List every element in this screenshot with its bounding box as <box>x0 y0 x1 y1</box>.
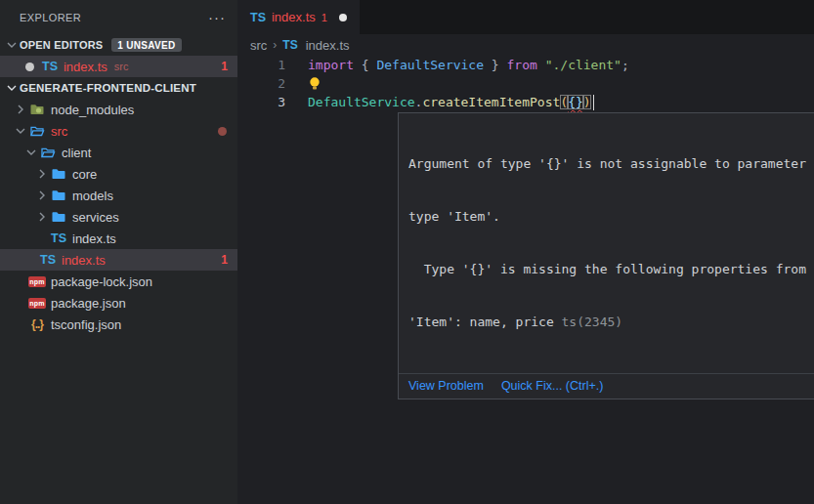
modified-dot-icon <box>25 63 34 71</box>
breadcrumb: src › TS index.ts <box>237 34 814 56</box>
explorer-title: EXPLORER <box>20 12 81 23</box>
json-braces-icon: {..} <box>28 316 46 332</box>
line-number: 3 <box>237 95 285 109</box>
npm-icon: npm <box>28 295 46 311</box>
code-token: DefaultService <box>308 95 415 109</box>
typescript-icon: TS <box>39 252 57 268</box>
folder-node-modules-icon <box>28 102 46 117</box>
tree-item-label: services <box>72 210 119 225</box>
error-message-line: Argument of type '{}' is not assignable … <box>408 155 814 173</box>
editor-group: TS index.ts 1 src › TS index.ts 1import … <box>237 0 814 504</box>
error-count-badge: 1 <box>221 60 228 73</box>
tree-item-package-json[interactable]: npm package.json <box>0 292 237 314</box>
tree-item-label: models <box>72 189 113 203</box>
tree-item-services[interactable]: services <box>0 206 237 228</box>
code-token: createItemItemPost <box>422 95 560 109</box>
code-token: ; <box>621 58 629 72</box>
code-token: from <box>507 58 537 72</box>
open-editor-description: src <box>114 61 129 72</box>
code-token: { <box>354 58 376 72</box>
folder-open-icon <box>39 145 57 160</box>
code-line[interactable]: 2 <box>237 74 814 93</box>
tree-item-label: index.ts <box>72 231 116 246</box>
typescript-icon: TS <box>250 11 266 24</box>
view-problem-link[interactable]: View Problem <box>408 379 484 393</box>
vscode-window: EXPLORER ··· OPEN EDITORS 1 UNSAVED TS i… <box>0 0 814 504</box>
tree-item-label: package-lock.json <box>51 274 152 289</box>
tab-title: index.ts <box>272 10 316 24</box>
lightbulb-icon[interactable] <box>308 76 321 91</box>
code-token: "./client" <box>545 58 621 72</box>
chevron-down-icon <box>13 123 28 139</box>
tree-item-models[interactable]: models <box>0 185 237 206</box>
tab-index-ts[interactable]: TS index.ts 1 <box>237 0 360 34</box>
more-actions-icon[interactable]: ··· <box>208 13 226 22</box>
tab-error-count: 1 <box>321 12 327 23</box>
folder-icon <box>50 166 67 182</box>
explorer-header: EXPLORER ··· <box>0 0 237 34</box>
npm-icon: npm <box>28 273 46 289</box>
error-count-badge: 1 <box>221 253 228 267</box>
line-number: 2 <box>237 76 285 91</box>
workspace-name: GENERATE-FRONTEND-CLIENT <box>20 82 196 94</box>
cursor-caret <box>593 95 594 110</box>
hover-actions-bar: View Problem Quick Fix... (Ctrl+.) <box>399 373 814 399</box>
code-text[interactable]: DefaultService.createItemItemPost({}) <box>308 95 594 110</box>
tree-item-client-index-ts[interactable]: TS index.ts <box>0 228 237 249</box>
tree-item-tsconfig-json[interactable]: {..} tsconfig.json <box>0 314 237 335</box>
code-token: . <box>415 95 423 109</box>
unsaved-dot-icon[interactable] <box>339 14 347 21</box>
code-text[interactable]: import { DefaultService } from "./client… <box>308 58 629 72</box>
code-token <box>537 58 545 72</box>
breadcrumb-separator-icon: › <box>273 38 277 52</box>
folder-icon <box>50 209 67 225</box>
workspace-section-header[interactable]: GENERATE-FRONTEND-CLIENT <box>0 77 237 99</box>
tab-bar: TS index.ts 1 <box>237 0 814 34</box>
code-text[interactable] <box>308 76 325 91</box>
typescript-icon: TS <box>42 60 58 73</box>
tree-item-client[interactable]: client <box>0 142 237 163</box>
open-editor-filename: index.ts <box>64 60 107 74</box>
code-token: {} <box>568 95 583 109</box>
tree-item-src-index-ts[interactable]: TS index.ts 1 <box>0 249 237 271</box>
tree-item-label: node_modules <box>51 103 134 117</box>
error-message-line: Type '{}' is missing the following prope… <box>408 261 814 278</box>
unsaved-badge: 1 UNSAVED <box>111 38 181 52</box>
open-editor-item-index-ts[interactable]: TS index.ts src 1 <box>0 56 237 77</box>
chevron-right-icon <box>34 209 50 225</box>
code-token: DefaultService <box>376 58 484 72</box>
folder-open-icon <box>28 123 46 139</box>
open-editors-label: OPEN EDITORS <box>20 39 103 51</box>
code-line[interactable]: 3DefaultService.createItemItemPost({}) <box>237 93 814 111</box>
code-token: import <box>308 58 354 72</box>
folder-icon <box>50 188 67 203</box>
code-token: ( <box>560 95 568 109</box>
chevron-right-icon <box>34 166 50 182</box>
chevron-right-icon <box>34 188 50 203</box>
code-token: } <box>484 58 506 72</box>
chevron-down-icon <box>4 80 20 96</box>
chevron-down-icon <box>23 145 39 160</box>
typescript-icon: TS <box>50 231 67 246</box>
typescript-icon: TS <box>282 38 297 52</box>
tree-item-package-lock-json[interactable]: npm package-lock.json <box>0 271 237 292</box>
explorer-sidebar: EXPLORER ··· OPEN EDITORS 1 UNSAVED TS i… <box>0 0 237 504</box>
tree-item-label: src <box>51 124 67 139</box>
code-token: ) <box>583 95 591 109</box>
tree-item-core[interactable]: core <box>0 163 237 185</box>
error-message-line: type 'Item'. <box>408 208 814 226</box>
open-editors-section-header[interactable]: OPEN EDITORS 1 UNSAVED <box>0 34 237 56</box>
quick-fix-link[interactable]: Quick Fix... (Ctrl+.) <box>501 379 604 393</box>
tree-item-label: core <box>72 167 97 182</box>
breadcrumb-file[interactable]: index.ts <box>306 38 350 53</box>
code-line[interactable]: 1import { DefaultService } from "./clien… <box>237 56 814 74</box>
tree-item-node-modules[interactable]: node_modules <box>0 99 237 120</box>
tree-item-src[interactable]: src <box>0 120 237 142</box>
tree-item-label: index.ts <box>62 253 106 268</box>
breadcrumb-folder[interactable]: src <box>250 38 267 53</box>
tree-item-label: client <box>62 146 91 160</box>
tree-item-label: package.json <box>51 296 126 311</box>
tree-item-label: tsconfig.json <box>51 317 121 332</box>
code-lines: 1import { DefaultService } from "./clien… <box>237 56 814 111</box>
modified-indicator-dot <box>218 127 227 136</box>
